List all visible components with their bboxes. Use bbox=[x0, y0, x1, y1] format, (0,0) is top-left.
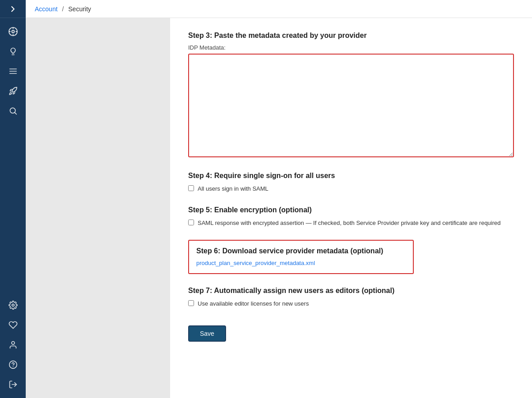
lightbulb-icon[interactable] bbox=[0, 41, 26, 61]
editor-licenses-label[interactable]: Use available editor licenses for new us… bbox=[198, 299, 309, 308]
step6-box: Step 6: Download service provider metada… bbox=[188, 240, 414, 274]
breadcrumb-account-link[interactable]: Account bbox=[35, 5, 58, 13]
step7-title: Step 7: Automatically assign new users a… bbox=[188, 287, 514, 295]
breadcrumb-separator: / bbox=[62, 5, 64, 13]
step4-title: Step 4: Require single sign-on for all u… bbox=[188, 172, 514, 180]
logout-icon[interactable] bbox=[0, 375, 26, 394]
content-area: Step 3: Paste the metadata created by yo… bbox=[26, 18, 532, 398]
search-icon[interactable] bbox=[0, 101, 26, 121]
svg-point-9 bbox=[10, 108, 15, 113]
step4-section: Step 4: Require single sign-on for all u… bbox=[188, 172, 514, 193]
step5-section: Step 5: Enable encryption (optional) SAM… bbox=[188, 206, 514, 228]
header: Account / Security bbox=[26, 0, 532, 18]
saml-signin-label[interactable]: All users sign in with SAML bbox=[198, 184, 268, 193]
dashboard-icon[interactable] bbox=[0, 22, 26, 41]
encryption-checkbox[interactable] bbox=[188, 220, 194, 225]
svg-point-11 bbox=[12, 304, 14, 307]
step3-title: Step 3: Paste the metadata created by yo… bbox=[188, 32, 514, 40]
metadata-download-link[interactable]: product_plan_service_provider_metadata.x… bbox=[196, 260, 315, 266]
main-area: Account / Security Step 3: Paste the met… bbox=[26, 0, 532, 398]
sidebar-toggle-button[interactable] bbox=[0, 0, 26, 18]
plugin-icon[interactable] bbox=[0, 315, 26, 335]
svg-point-1 bbox=[12, 30, 14, 33]
breadcrumb-current: Security bbox=[68, 5, 91, 13]
idp-metadata-label: IDP Metadata: bbox=[188, 44, 514, 51]
sidebar bbox=[0, 0, 26, 398]
step3-section: Step 3: Paste the metadata created by yo… bbox=[188, 32, 514, 159]
save-button[interactable]: Save bbox=[188, 325, 226, 342]
svg-point-12 bbox=[11, 342, 14, 345]
user-icon[interactable] bbox=[0, 335, 26, 355]
step5-checkbox-row: SAML response with encrypted assertion —… bbox=[188, 219, 514, 228]
help-icon[interactable] bbox=[0, 355, 26, 375]
right-panel: Step 3: Paste the metadata created by yo… bbox=[170, 18, 532, 398]
editor-licenses-checkbox[interactable] bbox=[188, 300, 194, 306]
step5-title: Step 5: Enable encryption (optional) bbox=[188, 206, 514, 214]
step7-section: Step 7: Automatically assign new users a… bbox=[188, 287, 514, 308]
step6-section: Step 6: Download service provider metada… bbox=[188, 240, 514, 274]
step6-title: Step 6: Download service provider metada… bbox=[196, 247, 406, 255]
left-panel bbox=[26, 18, 170, 398]
step7-checkbox-row: Use available editor licenses for new us… bbox=[188, 299, 514, 308]
svg-line-10 bbox=[14, 113, 16, 114]
rocket-icon[interactable] bbox=[0, 81, 26, 101]
step4-checkbox-row: All users sign in with SAML bbox=[188, 184, 514, 193]
save-section: Save bbox=[188, 321, 514, 342]
encryption-label[interactable]: SAML response with encrypted assertion —… bbox=[198, 219, 501, 228]
breadcrumb: Account / Security bbox=[35, 5, 91, 13]
saml-signin-checkbox[interactable] bbox=[188, 185, 194, 191]
list-icon[interactable] bbox=[0, 61, 26, 81]
idp-metadata-textarea[interactable] bbox=[188, 54, 514, 157]
settings-icon[interactable] bbox=[0, 295, 26, 315]
